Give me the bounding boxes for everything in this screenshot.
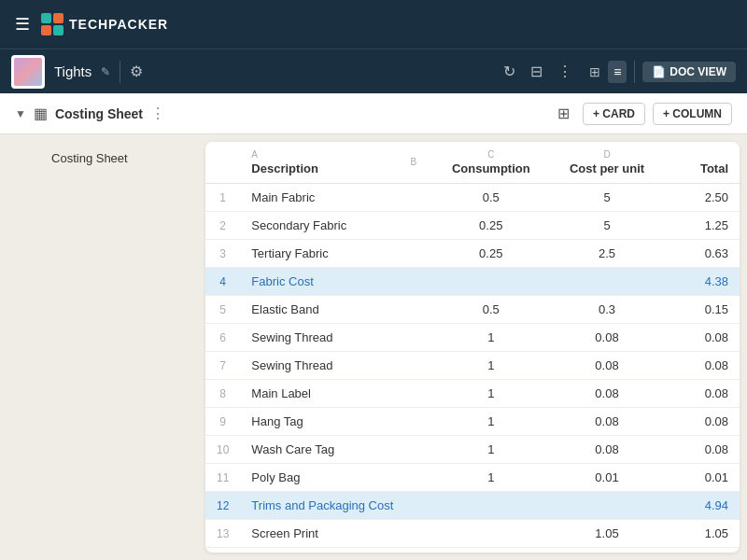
refresh-icon[interactable]: ↻ — [500, 59, 519, 84]
th-consumption-label: Consumption — [452, 161, 530, 175]
row-cost[interactable] — [546, 268, 668, 296]
row-cost[interactable]: 0.08 — [546, 436, 668, 464]
table-header-row: A Description B C Consumption D Cost per… — [205, 142, 740, 184]
row-description[interactable]: Screen Print — [240, 520, 435, 548]
row-consumption[interactable] — [435, 520, 546, 548]
row-consumption[interactable]: 0.5 — [435, 296, 546, 324]
row-consumption[interactable]: 1 — [435, 380, 546, 408]
col-letter-d: D — [557, 149, 656, 160]
row-total: 2.50 — [668, 184, 740, 212]
sheet-header-right: ⊞ + CARD + COLUMN — [552, 101, 732, 126]
app-logo: TECHPACKER — [41, 13, 168, 35]
row-consumption[interactable]: 1 — [435, 408, 546, 436]
sheet-type-icon: ▦ — [34, 105, 48, 122]
more-options-icon[interactable]: ⋮ — [554, 59, 576, 84]
table-row[interactable]: 4 Fabric Cost 4.38 — [205, 268, 740, 296]
row-total: 0.08 — [668, 324, 740, 352]
doc-view-label: DOC VIEW — [669, 65, 726, 78]
table-row[interactable]: 3 Tertiary Fabric 0.25 2.5 0.63 — [205, 240, 740, 268]
row-description[interactable]: Trims and Packaging Cost — [240, 492, 435, 520]
row-description[interactable]: Tertiary Fabric — [240, 240, 435, 268]
row-cost[interactable]: 0.08 — [546, 380, 668, 408]
left-sidebar: ≡ + ⚙ Costing Sheet — [0, 134, 205, 560]
row-description[interactable]: Main Fabric — [240, 184, 435, 212]
product-thumb-image — [14, 58, 42, 86]
sheet-header-left: ▼ ▦ Costing Sheet ⋮ — [15, 105, 544, 122]
filter-icon[interactable]: ⊟ — [527, 59, 546, 84]
row-consumption[interactable] — [435, 268, 546, 296]
row-cost[interactable]: 0.08 — [546, 352, 668, 380]
row-description[interactable]: Main Label — [240, 380, 435, 408]
table-row[interactable]: 7 Sewing Thread 1 0.08 0.08 — [205, 352, 740, 380]
add-card-button[interactable]: + CARD — [583, 103, 645, 125]
row-cost[interactable] — [546, 492, 668, 520]
row-cost[interactable]: 0.08 — [546, 408, 668, 436]
drag-icon[interactable]: ≡ — [15, 152, 21, 165]
row-cost[interactable]: 1.00 — [546, 548, 668, 553]
row-description[interactable]: CMT — [240, 548, 435, 553]
sheet-more-icon[interactable]: ⋮ — [150, 105, 165, 122]
row-consumption[interactable]: 1 — [435, 352, 546, 380]
settings-item-icon[interactable]: ⚙ — [35, 152, 46, 165]
table-row[interactable]: 13 Screen Print 1.05 1.05 — [205, 520, 740, 548]
row-consumption[interactable]: 1 — [435, 464, 546, 492]
row-consumption[interactable]: 0.25 — [435, 212, 546, 240]
product-edit-icon[interactable]: ✎ — [101, 65, 110, 78]
row-cost[interactable]: 5 — [546, 184, 668, 212]
table-row[interactable]: 2 Secondary Fabric 0.25 5 1.25 — [205, 212, 740, 240]
collapse-icon[interactable]: ▼ — [15, 107, 26, 120]
table-row[interactable]: 8 Main Label 1 0.08 0.08 — [205, 380, 740, 408]
hamburger-icon[interactable]: ☰ — [15, 14, 30, 35]
logo-dot-2 — [53, 13, 63, 23]
row-description[interactable]: Sewing Thread — [240, 324, 435, 352]
add-column-button[interactable]: + COLUMN — [653, 103, 732, 125]
table-row[interactable]: 12 Trims and Packaging Cost 4.94 — [205, 492, 740, 520]
doc-view-button[interactable]: 📄 DOC VIEW — [642, 62, 736, 82]
list-view-btn[interactable]: ≡ — [608, 61, 627, 83]
th-total[interactable]: Total — [668, 142, 740, 184]
table-row[interactable]: 10 Wash Care Tag 1 0.08 0.08 — [205, 436, 740, 464]
row-description[interactable]: Poly Bag — [240, 464, 435, 492]
row-cost[interactable]: 5 — [546, 212, 668, 240]
sheet-header: ▼ ▦ Costing Sheet ⋮ ⊞ + CARD + COLUMN — [0, 93, 747, 134]
row-cost[interactable]: 2.5 — [546, 240, 668, 268]
table-row[interactable]: 11 Poly Bag 1 0.01 0.01 — [205, 464, 740, 492]
row-total: 0.63 — [668, 240, 740, 268]
row-cost[interactable]: 1.05 — [546, 520, 668, 548]
grid-view-btn[interactable]: ⊞ — [584, 61, 606, 83]
row-consumption[interactable]: 1 — [435, 324, 546, 352]
table-row[interactable]: 6 Sewing Thread 1 0.08 0.08 — [205, 324, 740, 352]
table-row[interactable]: 14 CMT 1.00 1.00 — [205, 548, 740, 553]
sub-nav-left: Tights ✎ ⚙ — [11, 55, 492, 89]
row-description[interactable]: Wash Care Tag — [240, 436, 435, 464]
th-cost-per-unit[interactable]: D Cost per unit — [546, 142, 668, 184]
row-cost[interactable]: 0.3 — [546, 296, 668, 324]
row-consumption[interactable] — [435, 548, 546, 553]
sub-nav-right: ↻ ⊟ ⋮ ⊞ ≡ 📄 DOC VIEW — [500, 59, 736, 84]
row-consumption[interactable]: 0.25 — [435, 240, 546, 268]
add-icon[interactable]: + — [25, 152, 32, 165]
table-body: 1 Main Fabric 0.5 5 2.50 2 Secondary Fab… — [205, 184, 740, 553]
row-description[interactable]: Fabric Cost — [240, 268, 435, 296]
row-consumption[interactable] — [435, 492, 546, 520]
table-row[interactable]: 9 Hang Tag 1 0.08 0.08 — [205, 408, 740, 436]
th-row-num — [205, 142, 240, 184]
row-cost[interactable]: 0.01 — [546, 464, 668, 492]
table-row[interactable]: 1 Main Fabric 0.5 5 2.50 — [205, 184, 740, 212]
row-consumption[interactable]: 0.5 — [435, 184, 546, 212]
col-letter-a: A — [251, 149, 388, 160]
row-description[interactable]: Hang Tag — [240, 408, 435, 436]
row-description[interactable]: Sewing Thread — [240, 352, 435, 380]
row-consumption[interactable]: 1 — [435, 436, 546, 464]
row-cost[interactable]: 0.08 — [546, 324, 668, 352]
th-consumption[interactable]: C Consumption — [435, 142, 546, 184]
row-description[interactable]: Elastic Band — [240, 296, 435, 324]
settings-icon[interactable]: ⚙ — [130, 63, 143, 80]
row-number: 4 — [205, 268, 240, 296]
columns-toggle-icon[interactable]: ⊞ — [552, 101, 575, 126]
table-row[interactable]: 5 Elastic Band 0.5 0.3 0.15 — [205, 296, 740, 324]
row-description[interactable]: Secondary Fabric — [240, 212, 435, 240]
sidebar-item-costing-sheet[interactable]: ≡ + ⚙ Costing Sheet — [7, 146, 198, 171]
row-total: 1.25 — [668, 212, 740, 240]
th-description[interactable]: A Description — [240, 142, 399, 184]
